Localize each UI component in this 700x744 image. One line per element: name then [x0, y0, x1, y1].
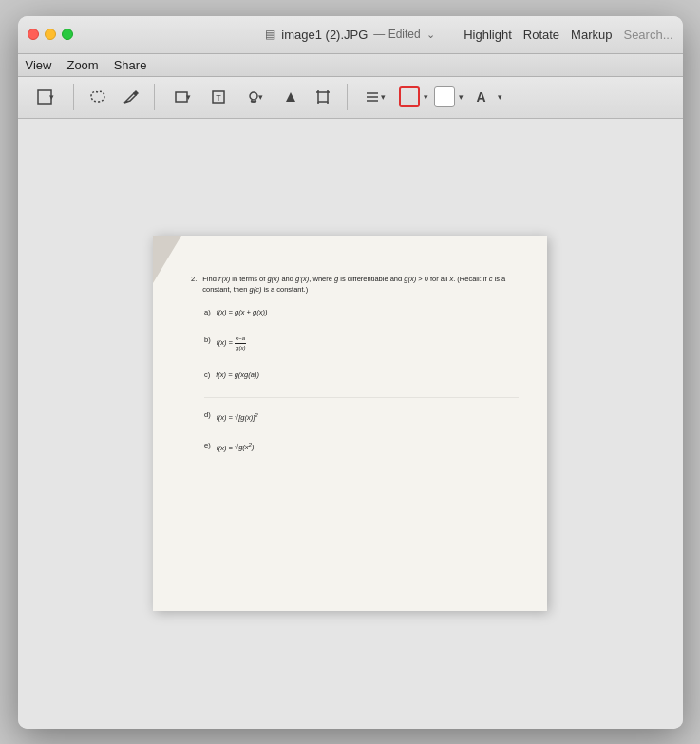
border-style-button[interactable]	[397, 83, 422, 111]
question-number: 2.	[191, 274, 197, 296]
sub-label-c: c)	[204, 370, 210, 380]
fill-style-button[interactable]	[432, 83, 457, 111]
window-title: image1 (2).JPG	[281, 28, 368, 42]
selection-tool-group: ▾	[28, 83, 64, 111]
close-button[interactable]	[28, 29, 39, 40]
sub-question-d: d) f(x) = √[g(x)]2	[204, 410, 519, 423]
sub-questions: a) f(x) = g(x + g(x)) b) f(x) = x−a g(x	[204, 307, 519, 453]
stamp-tool-button[interactable]: ▾	[236, 83, 273, 111]
menubar: View Zoom Share	[18, 54, 683, 77]
math-expr-e: f(x) = √g(x2)	[217, 440, 255, 453]
border-color-dropdown[interactable]: ▾	[424, 92, 428, 102]
sub-question-c: c) f(x) = g(xg(a))	[204, 370, 519, 380]
math-expr-d: f(x) = √[g(x)]2	[217, 410, 258, 423]
toolbar: ▾ ▾ T	[18, 77, 683, 119]
math-expr-c: f(x) = g(xg(a))	[216, 370, 259, 380]
sub-label-a: a)	[204, 307, 211, 317]
document-content: 2. Find f′(x) in terms of g(x) and g′(x)…	[153, 236, 547, 489]
lasso-tool-button[interactable]	[84, 83, 112, 111]
traffic-lights	[28, 29, 73, 40]
crop-tool-button[interactable]	[309, 83, 337, 111]
maximize-button[interactable]	[62, 29, 73, 40]
titlebar: ▤ image1 (2).JPG — Edited ⌄ Highlight Ro…	[18, 16, 683, 54]
svg-text:T: T	[216, 93, 221, 103]
main-window: ▤ image1 (2).JPG — Edited ⌄ Highlight Ro…	[18, 16, 683, 729]
menu-view[interactable]: View	[26, 58, 52, 72]
window-subtitle: — Edited	[373, 28, 420, 41]
minimize-button[interactable]	[45, 29, 56, 40]
border-color-group: ▾	[397, 83, 428, 111]
pen-tool-button[interactable]	[116, 83, 144, 111]
sub-question-a: a) f(x) = g(x + g(x))	[204, 307, 519, 317]
fill-color-swatch[interactable]	[434, 86, 455, 107]
menu-share[interactable]: Share	[114, 58, 147, 72]
font-group: A ▾	[467, 83, 502, 111]
font-dropdown[interactable]: ▾	[498, 92, 502, 102]
fill-color-dropdown[interactable]: ▾	[459, 92, 464, 102]
font-button[interactable]: A	[467, 83, 496, 111]
sub-question-e: e) f(x) = √g(x2)	[204, 440, 519, 453]
window-title-group: ▤ image1 (2).JPG — Edited ⌄	[265, 28, 434, 42]
divider-2	[154, 84, 155, 110]
rotate-button[interactable]: Rotate	[523, 28, 559, 42]
svg-point-4	[250, 92, 257, 100]
section-divider-1	[204, 397, 519, 398]
sub-label-d: d)	[204, 410, 211, 420]
sub-question-b: b) f(x) = x−a g(x)	[204, 334, 519, 353]
divider-1	[73, 84, 74, 110]
document-image: 2. Find f′(x) in terms of g(x) and g′(x)…	[153, 236, 547, 611]
border-color-swatch[interactable]	[399, 86, 420, 107]
highlight-button[interactable]: Highlight	[464, 28, 512, 42]
sub-label-b: b)	[204, 334, 211, 345]
adjust-tones-button[interactable]	[276, 83, 305, 111]
math-expr-a: f(x) = g(x + g(x))	[217, 307, 268, 317]
lines-button[interactable]: ▾	[357, 83, 393, 111]
question-header: 2. Find f′(x) in terms of g(x) and g′(x)…	[191, 274, 519, 296]
menu-zoom[interactable]: Zoom	[66, 58, 98, 72]
selection-tool-button[interactable]: ▾	[28, 83, 64, 111]
fill-color-group: ▾	[432, 83, 464, 111]
dropdown-chevron-icon[interactable]: ⌄	[426, 29, 435, 41]
search-button[interactable]: Search...	[623, 28, 672, 42]
sub-label-e: e)	[204, 440, 211, 450]
text-tool-button[interactable]: T	[204, 83, 233, 111]
question-text: Find f′(x) in terms of g(x) and g′(x), w…	[202, 274, 519, 296]
markup-button[interactable]: Markup	[571, 28, 612, 42]
file-icon: ▤	[265, 28, 275, 41]
divider-3	[347, 84, 348, 110]
svg-rect-5	[318, 92, 328, 102]
math-expr-b: f(x) = x−a g(x)	[217, 334, 247, 353]
shape-tool-button[interactable]: ▾	[164, 83, 200, 111]
titlebar-actions: Highlight Rotate Markup Search...	[464, 28, 672, 42]
main-content: 2. Find f′(x) in terms of g(x) and g′(x)…	[18, 119, 683, 729]
